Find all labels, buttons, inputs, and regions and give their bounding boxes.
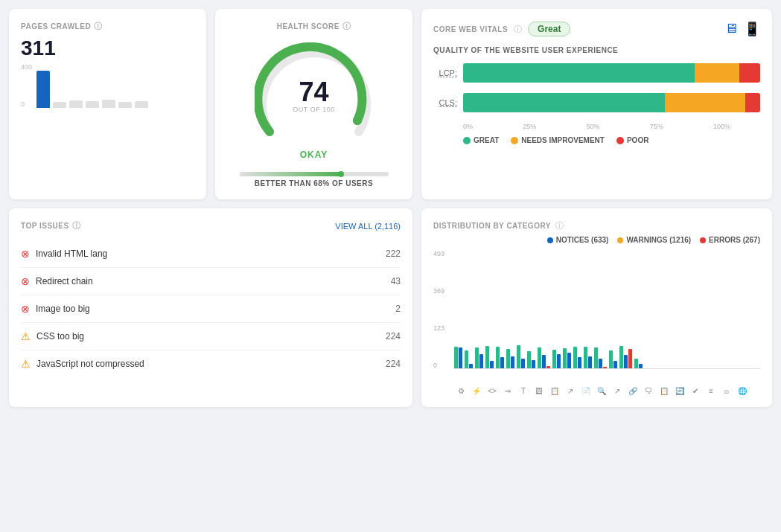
issue-count: 2 [395, 304, 401, 314]
dist-chart-area: 493 369 123 0 [433, 250, 760, 384]
lcp-needs-segment [695, 63, 739, 83]
needs-dot [511, 137, 518, 144]
dist-bar [469, 364, 473, 368]
cls-label: CLS: [433, 98, 457, 107]
chart-bar [69, 100, 83, 108]
dist-category-icon: 🔗 [626, 387, 640, 395]
dist-bar [511, 356, 514, 368]
chart-bar [118, 102, 132, 108]
dist-bar-group [634, 359, 643, 368]
lcp-bar [463, 63, 760, 83]
dist-bar [546, 366, 550, 368]
warning-icon: ⚠ [21, 330, 31, 342]
warnings-dot [617, 237, 623, 243]
issue-row[interactable]: ⚠JavaScript not compressed224 [21, 350, 401, 377]
issue-name: JavaScript not compressed [36, 359, 144, 369]
dist-category-icon: 📋 [657, 387, 671, 395]
dist-bar [490, 361, 494, 368]
lcp-poor-segment [739, 63, 760, 83]
dist-bar [500, 357, 504, 368]
dist-bars [454, 250, 760, 369]
dist-category-icon: 🔍 [595, 387, 608, 395]
cwv-subtitle: QUALITY OF THE WEBSITE USER EXPERIENCE [433, 46, 760, 54]
dist-info-icon[interactable]: ⓘ [555, 220, 564, 231]
health-status: OKAY [300, 150, 328, 160]
lcp-label: LCP: [433, 68, 457, 77]
mobile-icon[interactable]: 📱 [744, 21, 760, 37]
dist-bar-group [573, 347, 581, 368]
health-slider-thumb [338, 171, 344, 177]
dist-bar [573, 347, 577, 368]
issue-row[interactable]: ⊗Redirect chain43 [21, 268, 401, 295]
notices-legend: NOTICES (633) [547, 236, 609, 244]
dist-bar [496, 347, 500, 368]
error-icon: ⊗ [21, 275, 30, 287]
health-score-card: HEALTH SCORE ⓘ 74 OUT OF 100 OKAY BETTER… [215, 9, 412, 199]
cls-row: CLS: [433, 93, 760, 112]
legend-poor: POOR [616, 136, 648, 144]
dist-bar-group [485, 346, 494, 368]
dist-bar-group [594, 347, 607, 368]
cls-needs-segment [665, 93, 745, 112]
dist-bar-group [506, 349, 514, 368]
dist-category-icon: ↗ [564, 387, 577, 395]
health-score-info-icon[interactable]: ⓘ [342, 21, 351, 32]
desktop-icon[interactable]: 🖥 [724, 21, 738, 37]
dist-bar [567, 353, 571, 368]
dist-category-icon: ⚡ [470, 387, 483, 395]
dist-bar [588, 356, 592, 368]
dist-bar [584, 347, 587, 368]
dist-bar [506, 349, 510, 368]
health-slider-track [240, 172, 389, 176]
dist-bar-group [465, 350, 473, 368]
issue-count: 222 [386, 249, 401, 259]
issue-name: Invalid HTML lang [36, 249, 107, 259]
dist-bar [594, 347, 598, 368]
cls-poor-segment [745, 93, 760, 112]
issues-header: TOP ISSUES ⓘ VIEW ALL (2,116) [21, 220, 401, 231]
warning-icon: ⚠ [21, 358, 31, 370]
dist-bar-group [496, 347, 504, 368]
cls-bar [463, 93, 760, 112]
pages-crawled-chart: 400 0 [21, 63, 194, 108]
svg-point-0 [353, 116, 362, 125]
view-all-link[interactable]: VIEW ALL (2,116) [335, 222, 401, 231]
dist-bar [454, 347, 458, 368]
cwv-info-icon[interactable]: ⓘ [514, 24, 522, 35]
dist-bar-group [538, 347, 550, 368]
dist-category-icon: ↗ [611, 387, 624, 395]
dist-bar-group [619, 346, 632, 368]
top-issues-info-icon[interactable]: ⓘ [72, 220, 81, 231]
cwv-legend: GREAT NEEDS IMPROVEMENT POOR [463, 136, 760, 144]
dist-category-icon: 🗨 [642, 387, 655, 395]
dist-bar [485, 346, 489, 368]
dist-bar [521, 359, 525, 368]
dist-category-icon: 📄 [579, 387, 593, 395]
chart-bar [86, 101, 99, 108]
dist-category-icon: 📋 [548, 387, 561, 395]
pages-crawled-info-icon[interactable]: ⓘ [94, 21, 103, 32]
issue-row[interactable]: ⊗Image too big2 [21, 295, 401, 323]
issue-row[interactable]: ⊗Invalid HTML lang222 [21, 240, 401, 268]
health-slider-fill [240, 172, 341, 176]
dist-bar [578, 357, 581, 368]
errors-dot [700, 237, 706, 243]
dist-bar-group [517, 345, 525, 368]
issue-row[interactable]: ⚠CSS too big224 [21, 323, 401, 350]
core-web-vitals-card: CORE WEB VITALS ⓘ Great 🖥 📱 QUALITY OF T… [421, 9, 772, 199]
dist-bar [465, 350, 468, 368]
dist-category-icon: ✔ [689, 387, 702, 395]
issue-name: Image too big [36, 304, 90, 314]
poor-dot [616, 137, 624, 144]
great-dot [463, 137, 471, 144]
notices-dot [547, 237, 553, 243]
pages-crawled-value: 311 [21, 36, 194, 60]
warnings-legend: WARNINGS (1216) [617, 236, 691, 244]
cwv-label: CORE WEB VITALS [433, 25, 508, 33]
dist-bar [599, 359, 602, 368]
dist-category-icon: ⇒ [501, 387, 514, 395]
pages-crawled-card: PAGES CRAWLED ⓘ 311 400 0 [9, 9, 206, 199]
dist-bar [603, 367, 607, 368]
dist-legend: NOTICES (633) WARNINGS (1216) ERRORS (26… [547, 236, 760, 244]
issue-count: 224 [386, 359, 401, 369]
